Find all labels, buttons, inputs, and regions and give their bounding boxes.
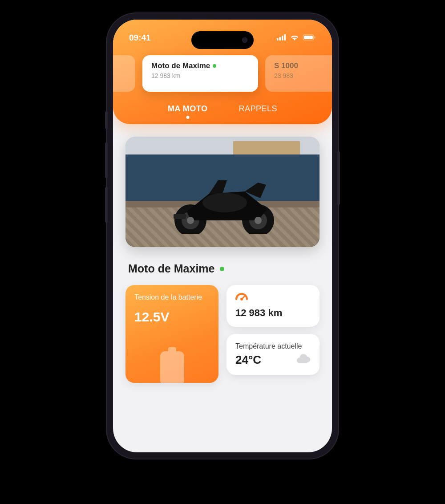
screen: 09:41 Moto de Maxime xyxy=(113,20,332,452)
vehicle-odometer: 12 983 km xyxy=(151,72,249,79)
tab-label: MA MOTO xyxy=(168,104,208,113)
vehicle-card-active[interactable]: Moto de Maxime 12 983 km xyxy=(142,55,258,92)
odometer-value: 12 983 km xyxy=(235,307,311,319)
section-title: Moto de Maxime xyxy=(128,262,320,275)
battery-voltage-value: 12.5V xyxy=(134,309,210,325)
svg-rect-6 xyxy=(315,37,316,39)
status-dot-icon xyxy=(220,267,224,271)
temperature-widget[interactable]: Température actuelle 24°C xyxy=(227,334,320,375)
side-button-volume-down xyxy=(105,187,108,223)
tab-my-moto[interactable]: MA MOTO xyxy=(168,104,208,114)
svg-rect-0 xyxy=(277,38,279,41)
vehicle-odometer-next: 23 983 xyxy=(274,72,332,79)
vehicle-name-next: S 1000 xyxy=(274,61,332,70)
widget-label: Tension de la batterie xyxy=(134,293,210,302)
status-dot-icon xyxy=(213,64,216,68)
battery-shape-icon xyxy=(152,347,192,383)
dynamic-island xyxy=(191,31,254,49)
vehicle-carousel[interactable]: Moto de Maxime 12 983 km S 1000 23 983 xyxy=(113,52,332,104)
side-button-power xyxy=(337,151,340,205)
phone-frame: 09:41 Moto de Maxime xyxy=(107,13,338,459)
svg-line-18 xyxy=(242,297,244,299)
motorcycle-photo[interactable] xyxy=(125,137,320,247)
status-time: 09:41 xyxy=(129,33,151,43)
tab-bar: MA MOTO RAPPELS xyxy=(113,104,332,114)
vehicle-name: Moto de Maxime xyxy=(151,61,210,70)
tab-reminders[interactable]: RAPPELS xyxy=(239,104,277,114)
svg-point-12 xyxy=(202,193,247,212)
svg-rect-1 xyxy=(279,37,281,41)
svg-point-14 xyxy=(255,217,262,224)
tab-label: RAPPELS xyxy=(239,104,277,113)
svg-rect-16 xyxy=(160,351,184,383)
cloud-icon xyxy=(295,354,311,367)
side-button-volume-up xyxy=(105,142,108,178)
vehicle-card-next[interactable]: S 1000 23 983 xyxy=(265,55,332,92)
section-title-text: Moto de Maxime xyxy=(128,262,214,275)
svg-point-13 xyxy=(187,217,194,224)
gauge-icon xyxy=(235,293,248,304)
svg-rect-2 xyxy=(282,36,283,41)
vehicle-card-prev[interactable] xyxy=(113,55,135,92)
svg-rect-3 xyxy=(284,34,286,41)
temperature-value: 24°C xyxy=(235,353,261,367)
cellular-icon xyxy=(277,33,287,43)
battery-voltage-widget[interactable]: Tension de la batterie 12.5V xyxy=(125,285,218,383)
odometer-widget[interactable]: 12 983 km xyxy=(227,285,320,327)
motorcycle-icon xyxy=(156,167,289,234)
main-content: Moto de Maxime Tension de la batterie 12… xyxy=(113,124,332,383)
svg-rect-11 xyxy=(174,214,186,219)
widget-label: Température actuelle xyxy=(235,342,311,350)
battery-icon xyxy=(303,33,316,43)
wifi-icon xyxy=(290,33,299,43)
svg-rect-5 xyxy=(304,36,313,39)
side-button-silence xyxy=(105,111,108,129)
widgets-grid: Tension de la batterie 12.5V xyxy=(125,285,320,383)
